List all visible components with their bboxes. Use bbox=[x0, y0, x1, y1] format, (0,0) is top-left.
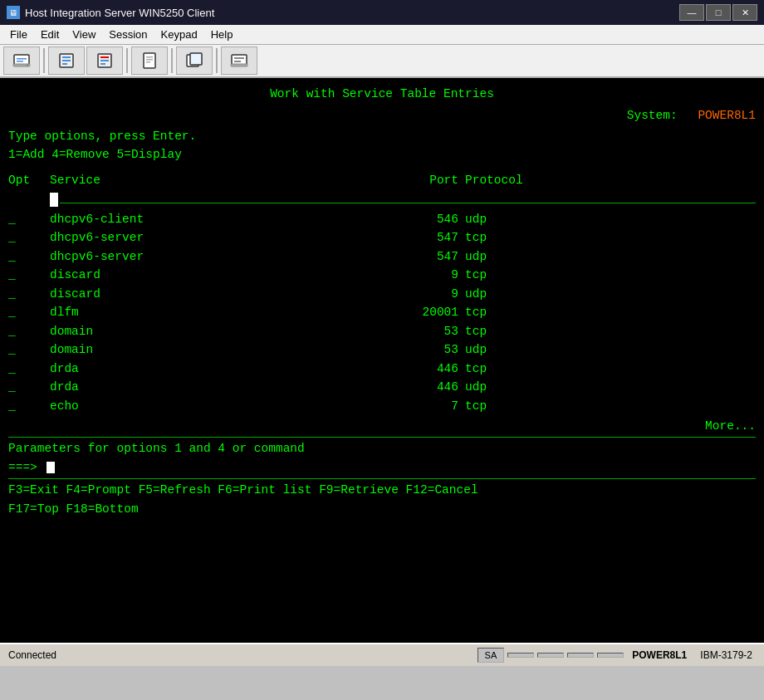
system-label: System: bbox=[627, 109, 678, 122]
minimize-button[interactable]: — bbox=[679, 4, 704, 21]
table-row: _discard9udp bbox=[8, 285, 756, 303]
header-port: Port bbox=[399, 171, 465, 189]
status-system: POWER8L1 bbox=[625, 648, 693, 663]
toolbar-btn-1[interactable] bbox=[3, 47, 40, 75]
toolbar-sep-3 bbox=[171, 48, 173, 73]
info-line-1: Type options, press Enter. bbox=[8, 127, 756, 145]
cursor-row[interactable] bbox=[8, 190, 756, 208]
row-protocol: udp bbox=[465, 340, 487, 359]
column-headers: Opt Service Port Protocol bbox=[8, 171, 756, 189]
row-opt: _ bbox=[8, 322, 50, 340]
svg-rect-18 bbox=[190, 53, 202, 65]
row-protocol: udp bbox=[465, 378, 487, 396]
row-service: discard bbox=[50, 285, 399, 303]
row-port: 446 bbox=[399, 378, 465, 396]
svg-rect-1 bbox=[17, 58, 27, 60]
toolbar bbox=[0, 45, 764, 78]
menu-help[interactable]: Help bbox=[204, 25, 240, 44]
cursor-port-sep bbox=[623, 203, 689, 203]
input-cursor[interactable] bbox=[47, 462, 55, 473]
row-service: drda bbox=[50, 378, 399, 396]
app-icon: 🖥 bbox=[7, 6, 20, 19]
menu-session[interactable]: Session bbox=[102, 25, 154, 44]
row-port: 546 bbox=[399, 210, 465, 228]
title-bar-controls: — □ ✕ bbox=[679, 4, 757, 21]
svg-rect-15 bbox=[146, 59, 153, 61]
toolbar-btn-2[interactable] bbox=[48, 47, 85, 75]
row-port: 7 bbox=[399, 397, 465, 415]
maximize-button[interactable]: □ bbox=[706, 4, 731, 21]
toolbar-sep-4 bbox=[216, 48, 218, 73]
menu-file[interactable]: File bbox=[3, 25, 34, 44]
row-protocol: udp bbox=[465, 210, 487, 228]
table-row: _dlfm20001tcp bbox=[8, 303, 756, 321]
svg-rect-21 bbox=[234, 57, 244, 59]
row-service: dhcpv6-client bbox=[50, 210, 399, 228]
row-protocol: tcp bbox=[465, 397, 487, 415]
svg-rect-7 bbox=[62, 60, 71, 61]
cursor-opt bbox=[8, 190, 50, 208]
table-row: _dhcpv6-client546udp bbox=[8, 210, 756, 228]
svg-rect-12 bbox=[100, 63, 105, 65]
row-protocol: tcp bbox=[465, 228, 487, 247]
svg-rect-11 bbox=[100, 60, 109, 61]
row-protocol: tcp bbox=[465, 360, 487, 378]
toolbar-btn-3[interactable] bbox=[86, 47, 123, 75]
menu-bar: File Edit View Session Keypad Help bbox=[0, 25, 764, 45]
row-opt: _ bbox=[8, 360, 50, 378]
svg-rect-6 bbox=[62, 56, 71, 58]
row-opt: _ bbox=[8, 228, 50, 247]
row-opt: _ bbox=[8, 378, 50, 396]
table-row: _domain53udp bbox=[8, 340, 756, 359]
svg-point-4 bbox=[27, 65, 28, 66]
svg-rect-19 bbox=[232, 55, 247, 65]
row-opt: _ bbox=[8, 210, 50, 228]
table-row: _dhcpv6-server547udp bbox=[8, 247, 756, 266]
row-port: 20001 bbox=[399, 303, 465, 321]
row-service: dhcpv6-server bbox=[50, 228, 399, 247]
svg-rect-0 bbox=[14, 55, 29, 65]
fkeys-line-2: F17=Top F18=Bottom bbox=[8, 500, 756, 518]
svg-rect-13 bbox=[144, 53, 155, 68]
menu-keypad[interactable]: Keypad bbox=[154, 25, 204, 44]
header-opt: Opt bbox=[8, 171, 50, 189]
status-ind-1 bbox=[507, 653, 534, 658]
row-port: 547 bbox=[399, 228, 465, 247]
row-service: dlfm bbox=[50, 303, 399, 321]
row-service: echo bbox=[50, 397, 399, 415]
separator-bottom bbox=[8, 437, 756, 438]
svg-rect-16 bbox=[146, 61, 150, 63]
title-bar-text: Host Integration Server WIN5250 Client bbox=[25, 7, 214, 19]
svg-rect-20 bbox=[231, 64, 247, 66]
table-row: _domain53tcp bbox=[8, 322, 756, 340]
menu-edit[interactable]: Edit bbox=[34, 25, 66, 44]
cursor-line bbox=[60, 203, 623, 203]
row-port: 9 bbox=[399, 285, 465, 303]
toolbar-btn-4[interactable] bbox=[131, 47, 168, 75]
row-opt: _ bbox=[8, 397, 50, 415]
status-sa: SA bbox=[478, 648, 505, 663]
toolbar-btn-6[interactable] bbox=[221, 47, 257, 75]
toolbar-sep-2 bbox=[126, 48, 128, 73]
table-row: _drda446udp bbox=[8, 378, 756, 396]
terminal-title: Work with Service Table Entries bbox=[8, 85, 756, 103]
row-port: 547 bbox=[399, 247, 465, 266]
more-text: More... bbox=[8, 417, 756, 435]
screen-title: Work with Service Table Entries bbox=[270, 87, 494, 100]
svg-rect-2 bbox=[17, 61, 23, 62]
arrow-line[interactable]: ===> bbox=[8, 458, 756, 477]
close-button[interactable]: ✕ bbox=[732, 4, 757, 21]
params-line: Parameters for options 1 and 4 or comman… bbox=[8, 439, 756, 458]
header-service: Service bbox=[50, 171, 399, 189]
table-row: _echo7tcp bbox=[8, 397, 756, 415]
row-opt: _ bbox=[8, 266, 50, 284]
menu-view[interactable]: View bbox=[66, 25, 102, 44]
status-ind-2 bbox=[537, 653, 564, 658]
status-model: IBM-3179-2 bbox=[693, 648, 759, 663]
row-opt: _ bbox=[8, 285, 50, 303]
terminal[interactable]: Work with Service Table Entries System: … bbox=[0, 78, 764, 643]
toolbar-btn-5[interactable] bbox=[176, 47, 213, 75]
status-ind-3 bbox=[567, 653, 594, 658]
row-protocol: tcp bbox=[465, 266, 487, 284]
row-service: domain bbox=[50, 340, 399, 359]
